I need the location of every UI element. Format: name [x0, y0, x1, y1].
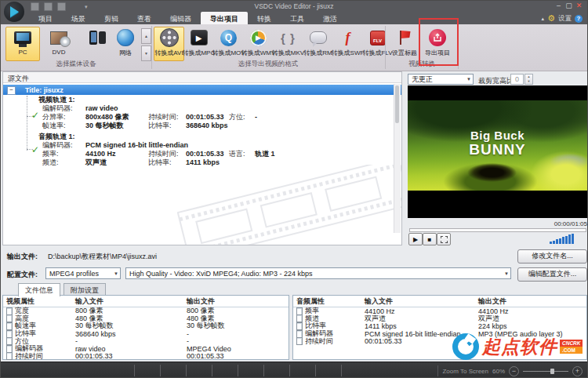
tab-file-info[interactable]: 文件信息 [18, 283, 60, 296]
menu-tab[interactable]: 工具 [281, 12, 314, 24]
help-icon[interactable]: ? [575, 15, 583, 23]
filmstrip-watermark [177, 165, 402, 245]
play-box-icon: ▶ [189, 27, 209, 48]
gear-icon[interactable]: ⚙ [547, 13, 555, 24]
project-title-row[interactable]: − Title: jisuxz [3, 85, 401, 95]
fullscreen-icon [441, 236, 448, 243]
check-icon: ✓ [31, 144, 39, 155]
device-scroll-buttons: ▲ ▼ [141, 28, 151, 61]
group-label: 选择导出视频的格式 [152, 60, 384, 69]
profile-type-dropdown[interactable]: MPEG4 profiles▼ [45, 267, 121, 279]
convert-wmv-button[interactable]: ▶ 转换成WMV [243, 27, 274, 61]
speech-bubble-icon [308, 27, 328, 48]
menu-tab[interactable]: 剪辑 [95, 12, 128, 24]
video-info-table: 视频属性 输入文件 输出文件 宽度 800 像素 800 像素 高度 480 像… [2, 295, 289, 360]
chevron-down-icon: ▼ [504, 271, 509, 276]
watermark-logo-icon [452, 333, 479, 360]
vsdc-window: VSDC Video Editor - jisuxz –▢✕ ▾ 项目场景剪辑查… [0, 0, 588, 378]
playback-timestamp: 00:00/01:05 [408, 220, 587, 227]
source-panel-scrollbar[interactable] [394, 84, 401, 233]
check-icon: ✓ [31, 110, 39, 121]
minimize-button[interactable]: – [554, 2, 564, 10]
scroll-down-icon[interactable]: ▼ [141, 45, 151, 61]
watermark-badge: CNCRK .COM [560, 340, 583, 354]
video-preview[interactable]: Big Buck BUNNY [408, 85, 587, 218]
maximize-button[interactable]: ▢ [564, 2, 574, 10]
fullscreen-button[interactable] [437, 233, 451, 245]
device-phone-button[interactable] [78, 27, 109, 61]
media-player-icon: ▶ [249, 27, 269, 48]
video-title-text: Big Buck [408, 129, 587, 142]
table-body: 宽度 800 像素 800 像素 高度 480 像素 480 像素 帧速率 30… [3, 307, 289, 360]
scroll-up-icon[interactable]: ▲ [141, 28, 151, 44]
property-icon [296, 337, 303, 345]
output-file-label: 输出文件: [7, 252, 38, 262]
collapse-node-icon[interactable]: − [7, 86, 16, 95]
audio-codec-row: 编解码器:PCM signed 16-bit little-endian [42, 140, 188, 149]
volume-control[interactable] [550, 234, 574, 244]
save-project-icon[interactable] [57, 2, 66, 11]
menu-tab[interactable]: 查看 [128, 12, 161, 24]
menu-tab[interactable]: 转换 [248, 12, 281, 24]
quick-access-toolbar: ▾ [31, 2, 88, 11]
profile-detail-dropdown[interactable]: High Quality - Video: XviD MPEG4; Audio:… [125, 267, 511, 279]
tree-connector [27, 96, 28, 151]
zoom-in-button[interactable]: + [572, 366, 583, 376]
device-web-button[interactable]: 网络 [109, 27, 142, 61]
video-framerate-row: 帧速率:30 每秒帧数比特率:368640 kbps [42, 121, 229, 129]
convert-avi-button[interactable]: 转换成AVI [154, 27, 184, 61]
ribbon-group-video-conversion: 设置标题 导出项目 视频转换 [386, 24, 458, 71]
window-title: VSDC Video Editor - jisuxz [1, 2, 587, 10]
source-files-panel: 源文件 − Title: jisuxz ✓ 视频轨道 1: 编解码器:raw v… [2, 71, 402, 245]
convert-mkv-button[interactable]: 转换成MKV [273, 27, 303, 61]
export-project-button[interactable]: 导出项目 [421, 27, 454, 61]
zoom-value: 60% [492, 368, 505, 375]
group-divider [458, 26, 459, 69]
table-row[interactable]: 持续时间 00:01:05.33 00:01:05.33 [3, 353, 289, 361]
convert-mpg-button[interactable]: ▶ 转换成MPG [183, 27, 214, 61]
ribbon-corner-controls: ▴ ⚙ 设置 ? [542, 13, 583, 24]
device-pc-button[interactable]: PC [5, 27, 40, 61]
menu-tab[interactable]: 项目 [29, 12, 62, 24]
property-icon [6, 352, 13, 360]
status-bar: Zoom To Screen 60% − + [1, 362, 587, 378]
seek-bar[interactable] [409, 228, 586, 232]
play-button[interactable]: ▶ [408, 233, 423, 245]
profile-label: 配置文件: [7, 270, 38, 280]
menu-tab[interactable]: 编辑器 [161, 12, 201, 24]
chevron-down-icon: ▼ [466, 77, 471, 82]
export-icon [427, 27, 448, 48]
zoom-out-button[interactable]: − [509, 366, 519, 376]
zoom-mode-label[interactable]: Zoom To Screen [442, 368, 488, 375]
menu-tab[interactable]: 激活 [314, 12, 347, 24]
convert-rm-button[interactable]: 转换成RM [303, 27, 333, 61]
title-bar: VSDC Video Editor - jisuxz –▢✕ [1, 1, 587, 12]
convert-mov-button[interactable]: Q 转换成MOV [213, 27, 244, 61]
tab-additional-settings[interactable]: 附加设置 [64, 283, 106, 295]
edit-profile-button[interactable]: 编辑配置文件... [517, 267, 587, 282]
menu-tab[interactable]: 场景 [62, 12, 95, 24]
divider [437, 365, 438, 376]
device-dvd-button[interactable]: DVD [42, 27, 76, 61]
crop-aspect-stepper[interactable]: ▲▼ [524, 74, 533, 85]
rename-file-button[interactable]: 修改文件名... [517, 249, 587, 264]
crop-aspect-input[interactable]: 0 [510, 74, 524, 85]
watermark-brand: 起点软件 [482, 335, 557, 359]
set-title-button[interactable]: 设置标题 [388, 27, 421, 61]
source-files-header: 源文件 [3, 72, 401, 83]
video-resolution-row: 分辨率:800x480 像素持续时间:00:01:05.33方位:- [42, 112, 257, 121]
stop-button[interactable]: ■ [423, 233, 437, 245]
settings-label[interactable]: 设置 [558, 14, 572, 24]
pc-icon [13, 27, 33, 48]
collapse-ribbon-icon[interactable]: ▴ [542, 16, 545, 22]
correction-dropdown[interactable]: 无更正 ▼ [408, 74, 474, 85]
open-project-icon[interactable] [44, 2, 53, 11]
toolbar-dropdown-icon[interactable]: ▾ [85, 4, 88, 10]
close-button[interactable]: ✕ [574, 2, 584, 10]
new-project-icon[interactable] [31, 2, 39, 11]
convert-swf-button[interactable]: 转换成SWF [332, 27, 363, 61]
timeline-ticks [134, 365, 361, 376]
menu-tab[interactable]: 导出项目 [201, 12, 248, 24]
app-logo-icon [4, 2, 24, 22]
zoom-slider[interactable] [523, 371, 568, 372]
